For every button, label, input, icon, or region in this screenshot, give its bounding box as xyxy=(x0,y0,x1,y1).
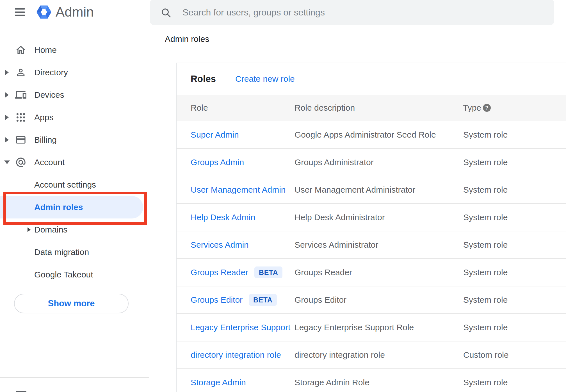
table-row: Groups Editor BETA Groups Editor System … xyxy=(177,286,566,314)
role-type: System role xyxy=(463,240,508,250)
search-icon xyxy=(161,7,171,18)
table-row: Storage Admin Storage Admin Role System … xyxy=(177,369,566,392)
role-link[interactable]: Groups Editor xyxy=(191,295,243,305)
role-link[interactable]: User Management Admin xyxy=(191,185,286,195)
role-link[interactable]: Services Admin xyxy=(191,240,249,250)
menu-bar xyxy=(15,15,25,16)
sidebar-item-label: Admin roles xyxy=(34,202,83,212)
person-icon xyxy=(15,67,26,78)
table-header-row: Role Role description Type ? xyxy=(177,95,566,121)
beta-badge: BETA xyxy=(254,266,282,278)
sidebar-item-label: Account xyxy=(34,158,65,167)
role-type: System role xyxy=(463,323,508,332)
column-header-description: Role description xyxy=(295,103,355,113)
devices-icon xyxy=(15,89,26,101)
card-title: Roles xyxy=(191,74,216,84)
partial-bottom-icon xyxy=(16,391,26,392)
table-row: Legacy Enterprise Support Legacy Enterpr… xyxy=(177,314,566,341)
sidebar-item-devices[interactable]: Devices xyxy=(0,84,149,106)
role-description: Storage Admin Role xyxy=(295,378,369,387)
role-link[interactable]: Help Desk Admin xyxy=(191,213,255,222)
table-row: Groups Reader BETA Groups Reader System … xyxy=(177,259,566,286)
content-divider xyxy=(149,48,566,48)
beta-badge: BETA xyxy=(249,294,277,306)
role-type: System role xyxy=(463,295,508,305)
chevron-right-icon xyxy=(5,115,9,120)
sidebar-item-billing[interactable]: Billing xyxy=(0,129,149,151)
role-description: User Management Administrator xyxy=(295,185,415,195)
sidebar-item-label: Directory xyxy=(34,68,68,77)
chevron-right-icon xyxy=(5,70,9,75)
product-title: Admin xyxy=(56,4,94,20)
sidebar-item-home[interactable]: Home xyxy=(0,39,149,61)
sidebar-item-label: Account settings xyxy=(34,180,96,190)
role-type: System role xyxy=(463,378,508,387)
sidebar-item-label: Home xyxy=(34,45,57,55)
sidebar-divider xyxy=(0,377,149,378)
column-header-type: Type xyxy=(463,103,481,113)
chevron-down-icon xyxy=(4,161,10,164)
help-icon[interactable]: ? xyxy=(483,104,491,112)
at-sign-icon xyxy=(15,157,26,168)
roles-card: Roles Create new role Role Role descript… xyxy=(176,63,566,392)
sidebar-item-google-takeout[interactable]: Google Takeout xyxy=(0,263,149,286)
role-link[interactable]: directory integration role xyxy=(191,350,281,360)
role-type: System role xyxy=(463,213,508,222)
role-description: Groups Reader xyxy=(295,268,352,277)
search-bar[interactable] xyxy=(150,0,554,25)
sidebar-item-label: Devices xyxy=(34,90,64,100)
breadcrumb: Admin roles xyxy=(165,34,209,44)
sidebar-item-apps[interactable]: Apps xyxy=(0,106,149,129)
table-row: Groups Admin Groups Administrator System… xyxy=(177,149,566,176)
sidebar: Admin Home Directory Devices Apps xyxy=(0,0,149,392)
role-description: Groups Administrator xyxy=(295,158,374,167)
role-type: System role xyxy=(463,268,508,277)
table-row: directory integration role directory int… xyxy=(177,341,566,369)
sidebar-item-label: Billing xyxy=(34,135,57,145)
role-link[interactable]: Groups Admin xyxy=(191,158,244,167)
role-link[interactable]: Legacy Enterprise Support xyxy=(191,323,290,332)
chevron-right-icon xyxy=(28,227,31,232)
create-new-role-link[interactable]: Create new role xyxy=(235,74,295,84)
sidebar-item-data-migration[interactable]: Data migration xyxy=(0,241,149,263)
menu-bar xyxy=(15,12,25,13)
sidebar-item-directory[interactable]: Directory xyxy=(0,61,149,84)
sidebar-item-label: Google Takeout xyxy=(34,270,93,279)
show-more-button[interactable]: Show more xyxy=(14,294,129,313)
role-link[interactable]: Storage Admin xyxy=(191,378,246,387)
sidebar-item-label: Apps xyxy=(34,113,53,122)
sidebar-item-domains[interactable]: Domains xyxy=(0,218,149,241)
table-row: Services Admin Services Administrator Sy… xyxy=(177,231,566,259)
sidebar-item-label: Domains xyxy=(34,225,67,234)
role-description: Groups Editor xyxy=(295,295,346,305)
chevron-right-icon xyxy=(5,137,9,142)
role-type: Custom role xyxy=(463,350,509,360)
role-type: System role xyxy=(463,185,508,195)
admin-logo-icon xyxy=(36,4,52,20)
sidebar-item-admin-roles[interactable]: Admin roles xyxy=(0,196,149,218)
sidebar-item-label: Data migration xyxy=(34,247,89,257)
role-description: Legacy Enterprise Support Role xyxy=(295,323,414,332)
sidebar-item-account[interactable]: Account xyxy=(0,151,149,174)
role-link[interactable]: Super Admin xyxy=(191,130,239,140)
role-description: Help Desk Administrator xyxy=(295,213,385,222)
chevron-right-icon xyxy=(5,92,9,97)
card-title-row: Roles Create new role xyxy=(177,63,566,95)
role-type: System role xyxy=(463,130,508,140)
apps-grid-icon xyxy=(15,112,26,123)
table-row: User Management Admin User Management Ad… xyxy=(177,176,566,204)
role-description: Services Administrator xyxy=(295,240,378,250)
table-row: Help Desk Admin Help Desk Administrator … xyxy=(177,204,566,231)
role-description: directory integration role xyxy=(295,350,385,360)
menu-icon[interactable] xyxy=(15,8,25,16)
role-description: Google Apps Administrator Seed Role xyxy=(295,130,436,140)
role-type: System role xyxy=(463,158,508,167)
role-link[interactable]: Groups Reader xyxy=(191,268,248,277)
search-input[interactable] xyxy=(182,7,533,18)
home-icon xyxy=(15,44,26,56)
menu-bar xyxy=(15,8,25,10)
table-row: Super Admin Google Apps Administrator Se… xyxy=(177,121,566,149)
sidebar-item-account-settings[interactable]: Account settings xyxy=(0,174,149,196)
column-header-role: Role xyxy=(191,103,208,113)
credit-card-icon xyxy=(15,134,26,145)
